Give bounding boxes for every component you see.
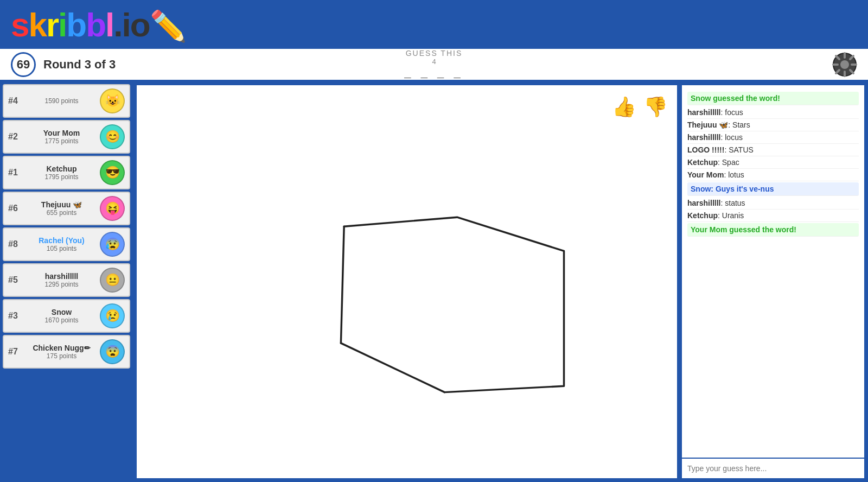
svg-line-11	[341, 343, 444, 392]
thumbs-up-button[interactable]: 👍	[610, 93, 637, 120]
guess-length: 4	[404, 58, 463, 66]
player-rank: #6	[8, 204, 23, 213]
player-avatar: 😰	[100, 232, 125, 257]
chat-message: Ketchup: Spac	[687, 156, 859, 169]
chat-input[interactable]	[682, 458, 864, 478]
logo-b1: b	[66, 6, 86, 43]
player-rank: #3	[8, 311, 23, 321]
chat-message: LOGO !!!!!: SATUS	[687, 144, 859, 156]
player-list: #4 1590 points 😺 #2 Your Mom 1775 points…	[0, 81, 133, 482]
player-list-item: #7 Chicken Nugg✏ 175 points 😨	[3, 335, 130, 369]
player-list-item: #8 Rachel (You) 105 points 😰	[3, 227, 130, 261]
main-content: #4 1590 points 😺 #2 Your Mom 1775 points…	[0, 81, 868, 482]
chat-message: Ketchup: Uranis	[687, 210, 859, 222]
thumbs-down-button[interactable]: 👎	[642, 93, 669, 120]
player-points: 105 points	[23, 245, 100, 252]
player-list-item: #5 harshilllll 1295 points 😐	[3, 263, 130, 297]
player-points: 1795 points	[23, 173, 100, 181]
logo-io: io	[122, 6, 150, 43]
player-info: harshilllll 1295 points	[23, 272, 100, 288]
player-info: Thejuuu 🦋 655 points	[23, 200, 100, 217]
player-avatar: 😨	[100, 339, 125, 364]
player-rank: #7	[8, 347, 23, 357]
player-points: 175 points	[23, 352, 100, 360]
player-name: Thejuuu 🦋	[23, 200, 100, 209]
player-info: 1590 points	[23, 97, 100, 105]
round-bar: 69 Round 3 of 3 GUESS THIS 4 _ _ _ _	[0, 49, 868, 81]
player-avatar: 😐	[100, 268, 125, 293]
player-info: Chicken Nugg✏ 175 points	[23, 344, 100, 360]
player-avatar: 😝	[100, 196, 125, 221]
player-points: 1670 points	[23, 316, 100, 324]
chat-message: Your Mom: lotus	[687, 169, 859, 181]
player-rank: #4	[8, 96, 23, 106]
player-info: Ketchup 1795 points	[23, 164, 100, 181]
chat-message: Snow guessed the word!	[687, 92, 859, 105]
player-info: Snow 1670 points	[23, 308, 100, 324]
svg-line-10	[341, 226, 344, 343]
logo-s: s	[11, 6, 28, 43]
player-rank: #5	[8, 275, 23, 285]
logo-k: k	[28, 6, 46, 43]
chat-message: Thejuuu 🦋: Stars	[687, 119, 859, 131]
player-points: 1590 points	[23, 97, 100, 105]
player-name: Snow	[23, 308, 100, 316]
player-points: 1295 points	[23, 281, 100, 288]
guess-this-label: GUESS THIS	[404, 49, 463, 58]
player-list-item: #6 Thejuuu 🦋 655 points 😝	[3, 192, 130, 225]
timer-value: 69	[17, 58, 30, 72]
player-list-item: #2 Your Mom 1775 points 😊	[3, 120, 130, 154]
logo: skribbl.io✏️	[11, 5, 186, 44]
player-avatar: 😺	[100, 88, 125, 113]
chat-message: harshilllll: locus	[687, 131, 859, 144]
logo-dot: .	[113, 6, 122, 43]
player-avatar: 😊	[100, 124, 125, 149]
header: skribbl.io✏️	[0, 0, 868, 49]
round-text: Round 3 of 3	[43, 58, 116, 72]
timer-circle: 69	[11, 52, 36, 77]
canvas-area: 👍 👎	[136, 84, 678, 479]
player-rank: #1	[8, 168, 23, 177]
guess-blanks: _ _ _ _	[404, 66, 463, 80]
chat-message: harshilllll: focus	[687, 106, 859, 119]
player-name: Your Mom	[23, 129, 100, 137]
logo-i: i	[58, 6, 66, 43]
logo-l: l	[105, 6, 113, 43]
player-name: Chicken Nugg✏	[23, 344, 100, 352]
player-points: 655 points	[23, 209, 100, 217]
logo-r: r	[46, 6, 58, 43]
player-list-item: #1 Ketchup 1795 points 😎	[3, 156, 130, 189]
chat-area: Snow guessed the word!harshilllll: focus…	[681, 84, 865, 479]
svg-point-1	[840, 60, 849, 69]
player-avatar: 😎	[100, 160, 125, 185]
player-name: Rachel (You)	[23, 236, 100, 245]
player-rank: #8	[8, 239, 23, 249]
player-avatar: 😢	[100, 303, 125, 328]
logo-pencil-icon: ✏️	[150, 9, 186, 43]
settings-gear-icon[interactable]	[832, 52, 857, 77]
chat-message: Snow: Guys it's ve-nus	[687, 182, 859, 196]
vote-buttons: 👍 👎	[610, 93, 669, 120]
player-points: 1775 points	[23, 137, 100, 145]
player-rank: #2	[8, 132, 23, 142]
player-info: Your Mom 1775 points	[23, 129, 100, 145]
player-list-item: #3 Snow 1670 points 😢	[3, 299, 130, 333]
chat-message: Your Mom guessed the word!	[687, 223, 859, 237]
player-list-item: #4 1590 points 😺	[3, 84, 130, 118]
drawing-canvas[interactable]	[137, 85, 677, 478]
logo-b2: b	[86, 6, 105, 43]
chat-message: harshilllll: status	[687, 197, 859, 210]
player-info: Rachel (You) 105 points	[23, 236, 100, 252]
guess-area: GUESS THIS 4 _ _ _ _	[404, 49, 463, 80]
chat-messages: Snow guessed the word!harshilllll: focus…	[682, 85, 864, 458]
player-name: Ketchup	[23, 164, 100, 173]
player-name: harshilllll	[23, 272, 100, 281]
